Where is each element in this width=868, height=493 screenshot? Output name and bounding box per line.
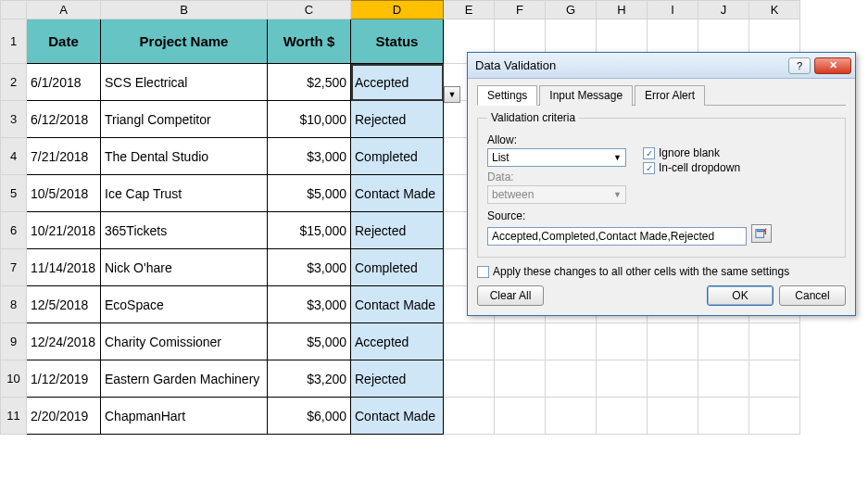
column-header-F[interactable]: F bbox=[495, 1, 546, 19]
cell[interactable] bbox=[749, 398, 800, 435]
cell-date[interactable]: 12/5/2018 bbox=[27, 286, 101, 323]
cell-project-name[interactable]: SCS Electrical bbox=[101, 64, 268, 101]
row-header[interactable]: 8 bbox=[1, 286, 27, 323]
column-header-E[interactable]: E bbox=[444, 1, 495, 19]
cell-worth[interactable]: $2,500 bbox=[268, 64, 351, 101]
apply-same-settings-checkbox[interactable]: ✓ Apply these changes to all other cells… bbox=[477, 265, 846, 278]
cell-status[interactable]: Rejected bbox=[351, 212, 444, 249]
cell-date[interactable]: 6/1/2018 bbox=[27, 64, 101, 101]
cell-status[interactable]: Accepted bbox=[351, 64, 444, 101]
row-header[interactable]: 2 bbox=[1, 64, 27, 101]
cell-status[interactable]: Accepted bbox=[351, 323, 444, 360]
cell-date[interactable]: 12/24/2018 bbox=[27, 323, 101, 360]
cell-worth[interactable]: $3,000 bbox=[268, 249, 351, 286]
column-header-C[interactable]: C bbox=[268, 1, 351, 19]
cell[interactable] bbox=[749, 323, 800, 360]
cell-project-name[interactable]: EcoSpace bbox=[101, 286, 268, 323]
cell[interactable] bbox=[648, 360, 698, 398]
cell[interactable] bbox=[546, 360, 597, 398]
cell-project-name[interactable]: The Dental Studio bbox=[101, 138, 268, 175]
cell-project-name[interactable]: Ice Cap Trust bbox=[101, 175, 268, 212]
cell-worth[interactable]: $3,200 bbox=[268, 360, 351, 398]
cell-project-name[interactable]: Triangl Competitor bbox=[101, 101, 268, 138]
cancel-button[interactable]: Cancel bbox=[779, 285, 846, 306]
row-header[interactable]: 6 bbox=[1, 212, 27, 249]
clear-all-button[interactable]: Clear All bbox=[477, 285, 544, 306]
cell-project-name[interactable]: Nick O'hare bbox=[101, 249, 268, 286]
cell[interactable] bbox=[648, 398, 698, 435]
row-header[interactable]: 10 bbox=[1, 360, 27, 398]
cell-date[interactable]: 2/20/2019 bbox=[27, 398, 101, 435]
row-header[interactable]: 3 bbox=[1, 101, 27, 138]
cell-worth[interactable]: $6,000 bbox=[268, 398, 351, 435]
incell-dropdown-checkbox[interactable]: ✓ In-cell dropdown bbox=[643, 161, 740, 174]
header-date[interactable]: Date bbox=[27, 19, 101, 64]
column-header-A[interactable]: A bbox=[27, 1, 101, 19]
cell-project-name[interactable]: 365Tickets bbox=[101, 212, 268, 249]
cell[interactable] bbox=[444, 360, 495, 398]
cell[interactable] bbox=[597, 323, 648, 360]
tab-input-message[interactable]: Input Message bbox=[539, 85, 633, 106]
cell-worth[interactable]: $5,000 bbox=[268, 323, 351, 360]
source-input[interactable] bbox=[487, 227, 747, 246]
cell-worth[interactable]: $5,000 bbox=[268, 175, 351, 212]
column-header-I[interactable]: I bbox=[648, 1, 698, 19]
tab-error-alert[interactable]: Error Alert bbox=[635, 85, 705, 106]
cell-date[interactable]: 7/21/2018 bbox=[27, 138, 101, 175]
allow-combo[interactable]: List ▼ bbox=[487, 148, 626, 167]
cell-date[interactable]: 1/12/2019 bbox=[27, 360, 101, 398]
cell[interactable] bbox=[597, 360, 648, 398]
row-header[interactable]: 4 bbox=[1, 138, 27, 175]
close-button[interactable]: ✕ bbox=[814, 57, 851, 74]
header-status[interactable]: Status bbox=[351, 19, 444, 64]
cell-date[interactable]: 10/21/2018 bbox=[27, 212, 101, 249]
cell-status[interactable]: Completed bbox=[351, 138, 444, 175]
range-picker-button[interactable] bbox=[751, 224, 772, 243]
cell[interactable] bbox=[546, 323, 597, 360]
column-header-K[interactable]: K bbox=[749, 1, 800, 19]
cell-project-name[interactable]: Charity Comissioner bbox=[101, 323, 268, 360]
column-header-H[interactable]: H bbox=[597, 1, 648, 19]
help-button[interactable]: ? bbox=[788, 57, 811, 74]
column-header-G[interactable]: G bbox=[546, 1, 597, 19]
cell[interactable] bbox=[495, 398, 546, 435]
cell-worth[interactable]: $15,000 bbox=[268, 212, 351, 249]
cell[interactable] bbox=[749, 360, 800, 398]
cell-worth[interactable]: $3,000 bbox=[268, 138, 351, 175]
cell-date[interactable]: 10/5/2018 bbox=[27, 175, 101, 212]
tab-settings[interactable]: Settings bbox=[477, 85, 537, 106]
header-project-name[interactable]: Project Name bbox=[101, 19, 268, 64]
cell[interactable] bbox=[444, 323, 495, 360]
ignore-blank-checkbox[interactable]: ✓ Ignore blank bbox=[643, 146, 740, 159]
cell[interactable] bbox=[698, 360, 749, 398]
row-header[interactable]: 7 bbox=[1, 249, 27, 286]
cell[interactable] bbox=[546, 398, 597, 435]
cell-status[interactable]: Completed bbox=[351, 249, 444, 286]
cell-date[interactable]: 11/14/2018 bbox=[27, 249, 101, 286]
cell-status[interactable]: Contact Made bbox=[351, 286, 444, 323]
cell[interactable] bbox=[495, 360, 546, 398]
select-all-corner[interactable] bbox=[1, 1, 27, 19]
cell[interactable] bbox=[648, 323, 698, 360]
header-worth[interactable]: Worth $ bbox=[268, 19, 351, 64]
cell-date[interactable]: 6/12/2018 bbox=[27, 101, 101, 138]
cell[interactable] bbox=[495, 323, 546, 360]
column-header-J[interactable]: J bbox=[698, 1, 749, 19]
row-header[interactable]: 9 bbox=[1, 323, 27, 360]
column-header-B[interactable]: B bbox=[101, 1, 268, 19]
cell-project-name[interactable]: ChapmanHart bbox=[101, 398, 268, 435]
cell[interactable] bbox=[698, 323, 749, 360]
row-header[interactable]: 11 bbox=[1, 398, 27, 435]
cell-project-name[interactable]: Eastern Garden Machinery bbox=[101, 360, 268, 398]
cell-status[interactable]: Contact Made bbox=[351, 175, 444, 212]
cell[interactable] bbox=[597, 398, 648, 435]
ok-button[interactable]: OK bbox=[707, 285, 774, 306]
cell[interactable] bbox=[698, 398, 749, 435]
cell-worth[interactable]: $10,000 bbox=[268, 101, 351, 138]
column-header-D[interactable]: D bbox=[351, 1, 444, 19]
cell[interactable] bbox=[444, 398, 495, 435]
row-header-1[interactable]: 1 bbox=[1, 19, 27, 64]
data-validation-dropdown-icon[interactable]: ▼ bbox=[444, 86, 460, 103]
cell-status[interactable]: Contact Made bbox=[351, 398, 444, 435]
cell-worth[interactable]: $3,000 bbox=[268, 286, 351, 323]
